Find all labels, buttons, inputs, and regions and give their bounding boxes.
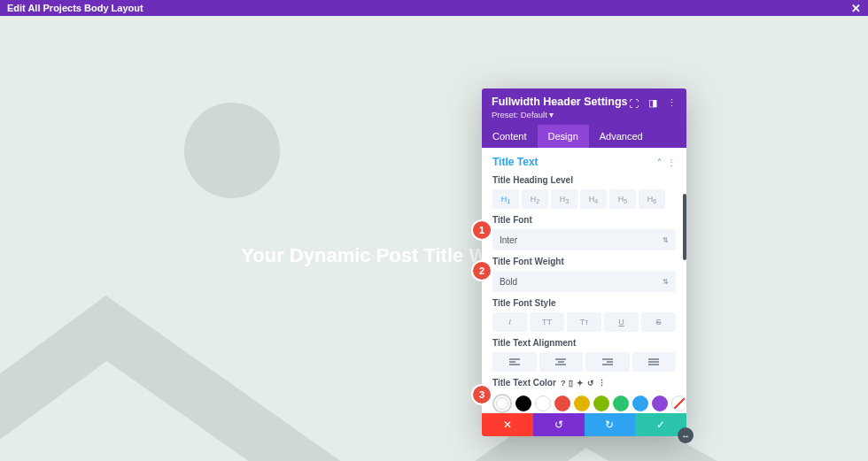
label-font: Title Font <box>492 215 676 225</box>
swatch-purple[interactable] <box>652 396 668 411</box>
tab-design[interactable]: Design <box>538 125 589 148</box>
heading-h1[interactable]: H1 <box>492 189 519 209</box>
close-icon[interactable]: ✕ <box>851 2 861 15</box>
heading-h4[interactable]: H4 <box>580 189 607 209</box>
alignment-group <box>492 352 676 372</box>
accordion-title: Title Text <box>492 156 539 168</box>
label-font-style: Title Font Style <box>492 298 676 308</box>
phone-icon[interactable]: ▯ <box>569 379 573 388</box>
badge-3: 3 <box>473 386 491 403</box>
settings-panel: Fullwidth Header Settings Preset: Defaul… <box>482 88 686 436</box>
hover-icon[interactable]: ✦ <box>577 379 584 388</box>
label-alignment: Title Text Alignment <box>492 338 676 348</box>
style-strikethrough[interactable]: S <box>641 312 676 332</box>
reset-icon[interactable]: ↺ <box>587 379 594 388</box>
badge-2: 2 <box>473 262 491 280</box>
color-swatches <box>492 392 676 413</box>
cancel-button[interactable]: ✕ <box>482 413 533 436</box>
heading-h3[interactable]: H3 <box>551 189 577 209</box>
swatch-black[interactable] <box>515 396 531 411</box>
scrollbar[interactable] <box>682 148 686 413</box>
badge-1: 1 <box>473 221 491 239</box>
hero-title: Your Dynamic Post Title Will Display Her… <box>0 244 868 267</box>
accordion-more-icon[interactable]: ⋮ <box>667 158 676 167</box>
panel-header[interactable]: Fullwidth Header Settings Preset: Defaul… <box>482 88 686 125</box>
heading-h2[interactable]: H2 <box>522 189 548 209</box>
undo-button[interactable]: ↺ <box>533 413 585 436</box>
style-underline[interactable]: U <box>604 312 639 332</box>
swatch-blue[interactable] <box>632 396 648 411</box>
style-smallcaps[interactable]: Tт <box>567 312 601 332</box>
heading-level-group: H1 H2 H3 H4 H5 H6 <box>492 189 676 209</box>
heading-h5[interactable]: H5 <box>609 189 636 209</box>
swatch-red[interactable] <box>554 396 570 411</box>
font-weight-value: Bold <box>500 277 517 287</box>
label-font-weight: Title Font Weight <box>492 257 676 266</box>
align-justify[interactable] <box>632 352 677 372</box>
swatch-lime[interactable] <box>593 396 609 411</box>
expand-icon[interactable]: ⛶ <box>629 98 639 109</box>
font-select-value: Inter <box>500 235 517 245</box>
snap-icon[interactable]: ◨ <box>648 97 657 109</box>
panel-body: Title Text ˄ ⋮ Title Heading Level H1 H2… <box>482 148 686 413</box>
style-italic[interactable]: I <box>492 312 527 332</box>
top-bar-title: Edit All Projects Body Layout <box>7 3 143 13</box>
swatch-green[interactable] <box>613 396 629 411</box>
color-more-icon[interactable]: ⋮ <box>598 379 606 388</box>
panel-footer: ✕ ↺ ↻ ✓ <box>482 413 686 436</box>
panel-tabs: Content Design Advanced <box>482 125 686 148</box>
align-left[interactable] <box>492 352 537 372</box>
align-right[interactable] <box>585 352 630 372</box>
tab-content[interactable]: Content <box>482 125 538 148</box>
top-bar: Edit All Projects Body Layout ✕ <box>0 0 868 16</box>
resize-handle[interactable]: ↔ <box>678 427 694 443</box>
align-center[interactable] <box>539 352 584 372</box>
panel-preset[interactable]: Preset: Default ▾ <box>492 110 628 119</box>
swatch-white[interactable] <box>535 396 551 411</box>
heading-h6[interactable]: H6 <box>639 189 665 209</box>
font-select[interactable]: Inter ⇅ <box>492 229 676 250</box>
style-uppercase[interactable]: TT <box>530 312 564 332</box>
chevron-updown-icon: ⇅ <box>663 236 669 244</box>
label-heading-level: Title Heading Level <box>492 175 676 185</box>
font-weight-select[interactable]: Bold ⇅ <box>492 271 676 292</box>
redo-button[interactable]: ↻ <box>585 413 636 436</box>
image-placeholder <box>0 16 868 461</box>
tab-advanced[interactable]: Advanced <box>589 125 654 148</box>
panel-title: Fullwidth Header Settings <box>492 96 628 108</box>
chevron-updown-icon: ⇅ <box>663 278 669 286</box>
swatch-current[interactable] <box>492 394 512 413</box>
canvas: Your Dynamic Post Title Will Display Her… <box>0 16 868 461</box>
font-style-group: I TT Tт U S <box>492 312 676 332</box>
chevron-up-icon[interactable]: ˄ <box>657 158 662 167</box>
scrollbar-thumb[interactable] <box>683 194 686 260</box>
panel-header-icons: ⛶ ◨ ⋮ <box>629 97 677 109</box>
placeholder-mountains <box>0 151 868 461</box>
accordion-header[interactable]: Title Text ˄ ⋮ <box>492 156 676 168</box>
help-icon[interactable]: ? <box>561 379 566 388</box>
swatch-amber[interactable] <box>574 396 590 411</box>
label-text-color: Title Text Color ? ▯ ✦ ↺ ⋮ <box>492 378 676 388</box>
more-icon[interactable]: ⋮ <box>667 97 677 109</box>
